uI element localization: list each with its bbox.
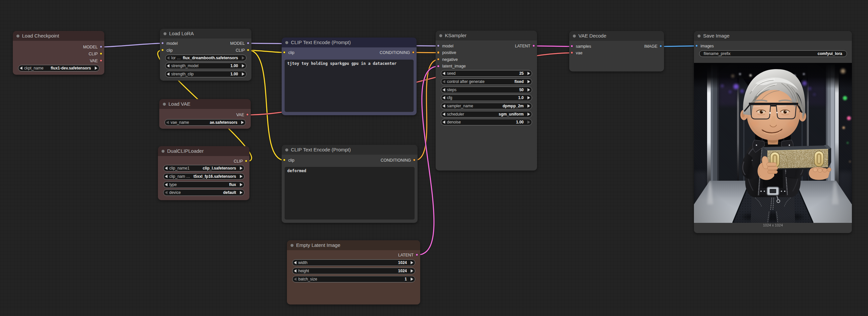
widget-steps[interactable]: steps50 <box>441 87 532 93</box>
increment-arrow[interactable] <box>241 56 246 60</box>
increment-arrow[interactable] <box>93 66 99 70</box>
increment-arrow[interactable] <box>526 113 532 116</box>
generated-image-preview <box>694 63 852 223</box>
node-empty-latent-image[interactable]: Empty Latent ImageLATENTwidth1024height1… <box>287 240 420 305</box>
node-ksampler[interactable]: KSamplermodelpositivenegativelatent_imag… <box>436 31 537 171</box>
node-title-bar[interactable]: Load VAE <box>159 99 251 109</box>
increment-arrow[interactable] <box>409 278 415 281</box>
decrement-arrow[interactable] <box>165 56 171 60</box>
widget-vae-name[interactable]: vae_nameae.safetensors <box>164 119 246 126</box>
output-port-label: CONDITIONING <box>381 157 411 164</box>
node-load-checkpoint[interactable]: Load CheckpointMODELCLIPVAEckpt_nameflux… <box>13 31 104 75</box>
decrement-arrow[interactable] <box>441 104 447 108</box>
widget-label: ckpt_name <box>24 66 44 70</box>
widget-label: filename_prefix <box>700 51 731 56</box>
widget-strength-model[interactable]: strength_model1.00 <box>165 62 246 69</box>
decrement-arrow[interactable] <box>292 278 298 281</box>
widget-sampler-name[interactable]: sampler_namedpmpp_2m <box>441 103 532 109</box>
decrement-arrow[interactable] <box>163 191 169 194</box>
collapse-dot[interactable] <box>161 150 164 153</box>
node-load-vae[interactable]: Load VAEVAEvae_nameae.safetensors <box>159 99 251 129</box>
input-port-label: positive <box>442 49 456 56</box>
decrement-arrow[interactable] <box>19 66 24 70</box>
decrement-arrow[interactable] <box>163 167 169 170</box>
widget-scheduler[interactable]: schedulersgm_uniform <box>441 111 532 117</box>
node-load-lora[interactable]: Load LoRAmodelclipMODELCLIPlor …flux_dre… <box>160 29 251 81</box>
widget-control-after-generate[interactable]: control after generatefixed <box>441 78 532 85</box>
node-title-bar[interactable]: KSampler <box>436 31 537 40</box>
increment-arrow[interactable] <box>240 121 245 124</box>
collapse-dot[interactable] <box>573 34 576 37</box>
widget-seed[interactable]: seed25 <box>441 70 532 77</box>
widget-value: fixed <box>514 79 526 84</box>
collapse-dot[interactable] <box>285 41 288 44</box>
widget-clip-name1[interactable]: clip_name1clip_l.safetensors <box>163 165 245 172</box>
widget-filename-prefix[interactable]: filename_prefixcomfyui_lora <box>699 50 847 57</box>
node-title-bar[interactable]: Load LoRA <box>160 29 251 38</box>
decrement-arrow[interactable] <box>165 73 171 76</box>
decrement-arrow[interactable] <box>163 183 169 186</box>
increment-arrow[interactable] <box>239 167 244 170</box>
node-title-bar[interactable]: Load Checkpoint <box>13 31 104 41</box>
prompt-textarea[interactable]: deformed <box>285 167 414 220</box>
input-port-label: model <box>442 43 454 49</box>
node-title: CLIP Text Encode (Prompt) <box>291 37 351 48</box>
decrement-arrow[interactable] <box>163 175 169 178</box>
increment-arrow[interactable] <box>409 269 415 272</box>
increment-arrow[interactable] <box>409 261 415 264</box>
increment-arrow[interactable] <box>239 175 244 178</box>
node-title-bar[interactable]: Empty Latent Image <box>287 240 420 250</box>
node-clip-text-encode-positive[interactable]: CLIP Text Encode (Prompt)clipCONDITIONIN… <box>282 37 416 115</box>
decrement-arrow[interactable] <box>441 113 447 116</box>
widget-lor-[interactable]: lor …flux_dreambooth.safetensors <box>165 55 246 61</box>
node-dual-clip-loader[interactable]: DualCLIPLoaderCLIPclip_name1clip_l.safet… <box>158 146 249 200</box>
decrement-arrow[interactable] <box>441 96 447 99</box>
widget-label: device <box>169 190 181 195</box>
widget-height[interactable]: height1024 <box>292 268 415 274</box>
widget-ckpt-name[interactable]: ckpt_nameflux1-dev.safetensors <box>18 65 99 71</box>
decrement-arrow[interactable] <box>441 80 447 83</box>
increment-arrow[interactable] <box>241 73 246 76</box>
increment-arrow[interactable] <box>526 88 532 91</box>
decrement-arrow[interactable] <box>441 72 447 75</box>
increment-arrow[interactable] <box>526 104 532 108</box>
node-title-bar[interactable]: Save Image <box>694 31 852 41</box>
collapse-dot[interactable] <box>17 34 20 37</box>
widget-type[interactable]: typeflux <box>163 181 245 188</box>
collapse-dot[interactable] <box>285 148 288 151</box>
decrement-arrow[interactable] <box>165 121 170 124</box>
widget-denoise[interactable]: denoise1.00 <box>441 119 532 125</box>
increment-arrow[interactable] <box>526 80 532 83</box>
prompt-textarea[interactable]: tjtoy toy holding sparkgpu gpu in a data… <box>285 60 413 112</box>
increment-arrow[interactable] <box>239 183 244 186</box>
increment-arrow[interactable] <box>526 96 532 99</box>
node-clip-text-encode-negative[interactable]: CLIP Text Encode (Prompt)clipCONDITIONIN… <box>282 145 417 223</box>
widget-strength-clip[interactable]: strength_clip1.00 <box>165 71 246 77</box>
collapse-dot[interactable] <box>163 32 166 35</box>
node-title-bar[interactable]: CLIP Text Encode (Prompt) <box>282 37 416 48</box>
node-title-bar[interactable]: CLIP Text Encode (Prompt) <box>282 145 417 155</box>
increment-arrow[interactable] <box>241 64 246 67</box>
widget-device[interactable]: devicedefault <box>163 189 245 196</box>
graph-canvas[interactable]: Load CheckpointMODELCLIPVAEckpt_nameflux… <box>0 0 868 316</box>
decrement-arrow[interactable] <box>441 88 447 91</box>
widget-width[interactable]: width1024 <box>292 259 415 266</box>
widget-clip-nam-[interactable]: clip_nam …t5xxl_fp16.safetensors <box>163 173 245 180</box>
collapse-dot[interactable] <box>163 103 166 106</box>
decrement-arrow[interactable] <box>441 120 447 124</box>
node-title-bar[interactable]: DualCLIPLoader <box>158 146 249 156</box>
collapse-dot[interactable] <box>439 34 442 37</box>
increment-arrow[interactable] <box>526 120 532 124</box>
node-vae-decode[interactable]: VAE DecodesamplesvaeIMAGE <box>569 31 664 71</box>
widget-cfg[interactable]: cfg1.0 <box>441 94 532 101</box>
increment-arrow[interactable] <box>526 72 532 75</box>
collapse-dot[interactable] <box>290 244 293 247</box>
widget-batch-size[interactable]: batch_size1 <box>292 276 415 282</box>
decrement-arrow[interactable] <box>292 261 298 264</box>
node-save-image[interactable]: Save Imageimagesfilename_prefixcomfyui_l… <box>694 31 852 233</box>
decrement-arrow[interactable] <box>292 269 298 272</box>
node-title-bar[interactable]: VAE Decode <box>569 31 664 41</box>
collapse-dot[interactable] <box>698 34 701 37</box>
decrement-arrow[interactable] <box>165 64 171 67</box>
increment-arrow[interactable] <box>239 191 244 194</box>
